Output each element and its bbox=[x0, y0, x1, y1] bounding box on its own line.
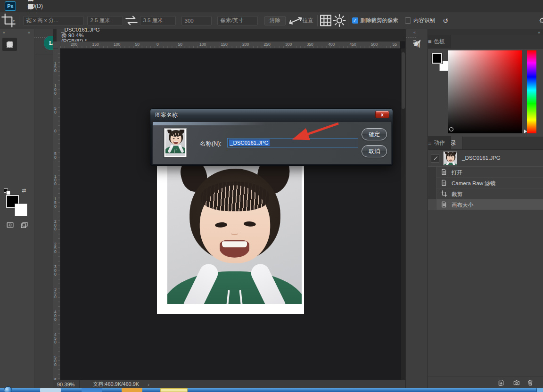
state-icon bbox=[440, 179, 448, 187]
history-state-label: 打开 bbox=[452, 169, 462, 176]
pasteboard[interactable] bbox=[60, 49, 400, 380]
ruler-label: 300 bbox=[54, 265, 58, 276]
document-sizes: 文档:460.9K/460.9K bbox=[93, 381, 139, 388]
taskbar-app-active[interactable] bbox=[160, 388, 188, 392]
ruler-label: 250 bbox=[54, 242, 58, 253]
new-document-from-state-icon[interactable] bbox=[497, 379, 505, 386]
toolbar-bottom-icons bbox=[0, 220, 34, 233]
ruler-label: 55 bbox=[393, 42, 397, 47]
pattern-name-dialog: 图案名称 x 名称(N): _DSC0161.JPG 确定 取消 bbox=[150, 108, 393, 166]
menu-bar: Ps 文件(F)编辑(E)图像(I)图层(L)文字(Y)选择(S)滤镜(T)3D… bbox=[0, 0, 543, 12]
default-colors-icon[interactable] bbox=[4, 188, 11, 196]
state-icon bbox=[440, 201, 448, 208]
color-field-selector[interactable] bbox=[449, 127, 453, 131]
ruler-label: 150 bbox=[221, 42, 228, 47]
ruler-label: 0 bbox=[156, 42, 159, 47]
collapse-left-icon[interactable]: « bbox=[413, 30, 416, 35]
status-more-icon[interactable]: › bbox=[148, 382, 149, 387]
expand-right-icon[interactable]: » bbox=[28, 30, 30, 35]
start-button[interactable] bbox=[4, 386, 12, 392]
taskbar-app-1[interactable] bbox=[40, 388, 61, 392]
new-snapshot-icon[interactable] bbox=[513, 379, 520, 386]
selected-input-text: _DSC0161.JPG bbox=[229, 139, 270, 146]
ok-button[interactable]: 确定 bbox=[362, 128, 387, 140]
ruler-label: 350 bbox=[307, 42, 313, 47]
girl-photo-illustration bbox=[165, 130, 185, 153]
hue-slider-pointer[interactable] bbox=[524, 130, 527, 133]
menu-item-10[interactable]: 帮助(H) bbox=[22, 0, 42, 12]
ruler-label: 100 bbox=[54, 84, 58, 95]
show-desktop-button[interactable] bbox=[536, 388, 543, 392]
history-state-label: 画布大小 bbox=[452, 202, 473, 209]
crop-settings-gear-icon[interactable] bbox=[335, 16, 344, 25]
cancel-button[interactable]: 取消 bbox=[362, 145, 387, 157]
color-swatch-area: ⇄ bbox=[0, 188, 34, 220]
crop-state-icon bbox=[440, 190, 448, 197]
history-brush-source-box[interactable] bbox=[431, 154, 439, 163]
history-state-checkbox[interactable] bbox=[428, 188, 436, 199]
expand-right-icon[interactable]: » bbox=[538, 30, 540, 35]
ruler-label: 50 bbox=[178, 42, 182, 47]
ruler-label: 400 bbox=[328, 42, 335, 47]
quick-mask-icon[interactable] bbox=[6, 220, 15, 229]
ruler-label: 500 bbox=[371, 42, 378, 47]
ruler-label: 150 bbox=[54, 197, 58, 208]
name-label: 名称(N): bbox=[200, 140, 222, 148]
panel-menu-icon[interactable]: ≡ bbox=[428, 35, 432, 48]
ellipsis-tool[interactable]: ••• bbox=[2, 38, 17, 51]
history-state-row[interactable]: 打开 bbox=[428, 167, 543, 178]
photoshop-logo: Ps bbox=[5, 1, 16, 11]
history-state-row[interactable]: Camera Raw 滤镜 bbox=[428, 178, 543, 188]
horizontal-ruler: 2001501005005010015020025030035040045050… bbox=[60, 41, 400, 49]
paragraph-panel-button[interactable]: ¶ bbox=[406, 36, 428, 51]
status-bar: 90.39% 文档:460.9K/460.9K › bbox=[53, 380, 405, 388]
history-snapshot-row[interactable]: _DSC0161.JPG bbox=[428, 150, 543, 167]
ruler-label: 0 bbox=[54, 129, 58, 133]
color-panel-tabs: 颜色色板≡ bbox=[428, 35, 543, 49]
history-state-checkbox[interactable] bbox=[428, 178, 436, 188]
history-state-checkbox[interactable] bbox=[428, 167, 436, 178]
taskbar-app-2[interactable] bbox=[82, 388, 102, 392]
zoom-level[interactable]: 90.39% bbox=[53, 382, 79, 387]
paragraph-icon: ¶ bbox=[412, 39, 422, 48]
history-state-label: 裁剪 bbox=[452, 191, 462, 198]
tab-close-icon[interactable]: × bbox=[61, 32, 65, 39]
vertical-ruler: 1501005005010015020025030035040045050055… bbox=[53, 49, 60, 380]
history-state-row[interactable]: 画布大小 bbox=[428, 199, 543, 210]
saturation-brightness-field[interactable] bbox=[448, 50, 522, 133]
vertical-scrollbar[interactable] bbox=[400, 49, 405, 380]
panel-menu-icon[interactable]: ≡ bbox=[428, 136, 432, 149]
swap-colors-icon[interactable]: ⇄ bbox=[22, 188, 26, 194]
hue-slider[interactable] bbox=[527, 50, 536, 133]
girl-photo-illustration bbox=[167, 166, 302, 304]
ruler-label: 400 bbox=[54, 310, 58, 321]
photo-image[interactable] bbox=[167, 166, 302, 304]
panel-grip bbox=[34, 37, 45, 39]
background-color-swatch[interactable] bbox=[15, 204, 27, 216]
history-state-checkbox[interactable] bbox=[428, 199, 436, 210]
taskbar-app-3[interactable] bbox=[122, 388, 142, 392]
close-button[interactable]: × bbox=[539, 1, 543, 11]
extension-panel-column: RARAL bbox=[34, 29, 53, 388]
dialog-title: 图案名称 bbox=[155, 111, 178, 119]
ruler-label: 500 bbox=[54, 355, 58, 367]
ruler-label: 100 bbox=[199, 42, 206, 47]
ruler-label: 200 bbox=[54, 220, 58, 231]
dialog-close-button[interactable]: x bbox=[375, 111, 389, 118]
ruler-label: 350 bbox=[54, 287, 58, 299]
chevron-down-icon[interactable]: ▾ bbox=[539, 18, 542, 23]
scrollbar-thumb[interactable] bbox=[402, 52, 405, 109]
delete-state-icon[interactable] bbox=[527, 379, 534, 386]
l-badge[interactable]: L bbox=[34, 36, 53, 55]
ruler-label: 150 bbox=[54, 61, 58, 73]
history-state-row[interactable]: 裁剪 bbox=[428, 188, 543, 199]
dialog-body: 名称(N): _DSC0161.JPG 确定 取消 bbox=[152, 122, 392, 164]
collapse-left-icon[interactable]: « bbox=[3, 30, 5, 35]
ruler-label: 300 bbox=[285, 42, 292, 47]
screen-mode-icon[interactable] bbox=[20, 220, 29, 229]
ruler-label: 100 bbox=[114, 42, 120, 47]
foreground-color-swatch[interactable] bbox=[432, 53, 442, 64]
document-tab[interactable]: _DSC0161.JPG @ 90.4%(RGB/8*) * × bbox=[57, 29, 66, 41]
collapsed-panels-column: « A|¶ bbox=[405, 29, 428, 388]
windows-taskbar bbox=[0, 388, 543, 392]
